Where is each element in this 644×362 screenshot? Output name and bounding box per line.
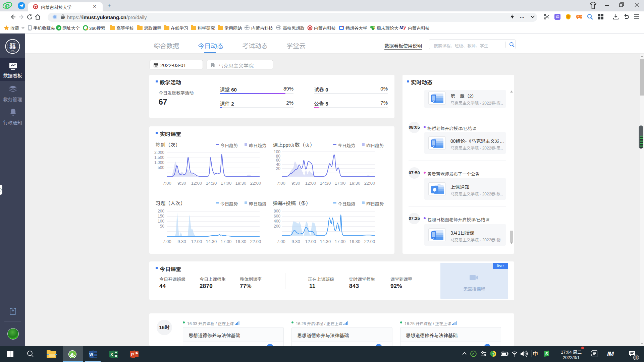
svg-text:S: S [545,351,548,356]
svg-text:e: e [71,351,73,357]
svg-text:X: X [110,352,113,357]
svg-text:W: W [89,352,93,357]
svg-text:e: e [472,352,474,356]
svg-text:P: P [131,352,134,357]
